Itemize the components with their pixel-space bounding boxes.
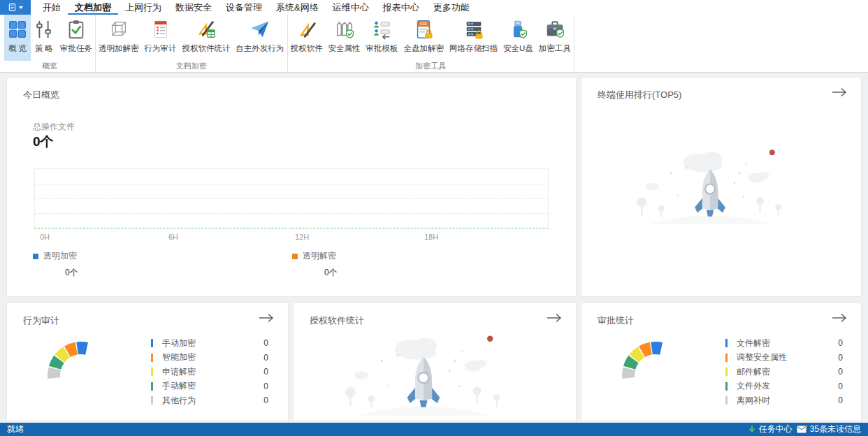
legend-marker [725,354,728,362]
menu-item-report-center[interactable]: 报表中心 [376,0,426,15]
legend-value: 0个 [324,267,338,279]
ribbon-group-encryption-tools: 授权软件 安全属性 审批模板 [288,15,574,72]
legend-marker [292,254,298,259]
ribbon-item-authorized-software[interactable]: 授权软件 [288,15,326,61]
card-behavior-audit: 行为审计 手动加密 0 智能加密 0 申请解密 0 手动解密 0 其他行为 [6,303,289,421]
legend-item-transparent-encrypt: 透明加密 0个 [33,250,78,279]
ribbon-item-label: 行为审计 [145,43,177,54]
ribbon-item-secure-usb[interactable]: 安全U盘 [500,15,536,61]
task-center-button[interactable]: 任务中心 [748,423,793,435]
x-tick: 18H [424,233,438,241]
ribbon-item-label: 审批模板 [366,43,398,54]
ribbon-group-label: 文档加密 [96,61,287,72]
legend-row: 手动加密 0 [151,336,268,351]
menu-item-ops-center[interactable]: 运维中心 [326,0,376,15]
paper-plane-icon [249,19,270,40]
arrow-right-icon [259,313,274,323]
ribbon-item-overview[interactable]: 概 览 [4,15,31,61]
server-lock-icon [463,19,484,40]
card-approval-stats: 审批统计 文件解密 0 调整安全属性 0 邮件解密 0 文件外发 0 离网 [581,303,862,421]
menu-item-data-security[interactable]: 数据安全 [168,0,219,15]
people-list-icon [372,19,393,40]
hourly-line-chart [34,168,549,228]
ribbon-group-label: 概览 [4,61,95,72]
status-bar: 就绪 任务中心 35条未读信息 [0,423,868,436]
ruler-pencil-icon [296,19,317,40]
ribbon-item-network-storage-scan[interactable]: 网络存储扫描 [447,15,500,61]
legend-row: 智能加密 0 [151,351,268,365]
menu-item-system-network[interactable]: 系统&网络 [269,0,326,15]
legend-marker [151,368,153,376]
menu-item-internet-behavior[interactable]: 上网行为 [118,0,168,15]
card-today-overview: 今日概览 总操作文件 0个 0H 6H 12H 18H 透明加密 0个 透明解密… [6,77,577,297]
ribbon-item-approval-template[interactable]: 审批模板 [363,15,401,61]
authorized-software-stats-icon [196,19,217,40]
menu-item-doc-encryption[interactable]: 文档加密 [68,0,118,15]
legend-row: 其他行为 0 [151,393,268,408]
legend-marker [33,254,38,259]
ribbon-item-label: 安全U盘 [503,43,533,54]
legend-item-transparent-decrypt: 透明解密 0个 [292,250,338,279]
ribbon-item-label: 审批任务 [60,43,92,54]
ribbon-item-label: 安全属性 [328,43,361,54]
ribbon-group-label: 加密工具 [288,61,574,72]
menu-bar: 开始 文档加密 上网行为 数据安全 设备管理 系统&网络 运维中心 报表中心 更… [0,0,868,15]
unread-messages-button[interactable]: 35条未读信息 [797,423,861,435]
menu-items: 开始 文档加密 上网行为 数据安全 设备管理 系统&网络 运维中心 报表中心 更… [36,0,477,15]
legend-row: 手动解密 0 [151,379,268,394]
arrow-right-icon [832,87,847,97]
ribbon-item-label: 加密工具 [539,43,571,54]
legend-marker [725,396,728,405]
approval-tasks-icon [66,19,87,40]
download-arrow-icon [748,425,756,434]
app-menu-button[interactable] [0,0,31,15]
stat-label: 总操作文件 [33,121,75,133]
ribbon-item-security-attribute[interactable]: 安全属性 [326,15,363,61]
legend-row: 邮件解密 0 [725,365,843,379]
ribbon-item-label: 自主外发行为 [236,43,284,54]
x-tick: 12H [295,233,309,241]
stat-value: 0个 [33,133,54,151]
ribbon-item-encryption-tools[interactable]: 加密工具 [536,15,574,61]
legend-row: 文件解密 0 [725,336,843,351]
ribbon-item-authorized-software-stats[interactable]: 授权软件统计 [180,15,233,61]
gauge-chart [17,311,122,388]
legend-marker [725,368,728,376]
legend-value: 0个 [65,267,78,279]
ribbon-item-label: 网络存储扫描 [449,43,498,54]
legend-row: 离网补时 0 [725,393,843,408]
card-title: 今日概览 [23,89,59,101]
ribbon-item-approval-tasks[interactable]: 审批任务 [57,15,95,61]
ribbon-item-policy[interactable]: 策 略 [31,15,57,61]
ribbon-item-label: 授权软件 [291,43,323,54]
empty-state-rocket-illustration [326,324,521,416]
gauge-legend: 手动加密 0 智能加密 0 申请解密 0 手动解密 0 其他行为 0 [151,336,268,408]
menu-item-start[interactable]: 开始 [36,0,68,15]
ribbon-item-self-outgoing-behavior[interactable]: 自主外发行为 [233,15,287,61]
ribbon-group-overview: 概 览 策 略 审批任务 概览 [0,15,96,72]
goto-arrow-button[interactable] [259,313,274,325]
ribbon-item-fulldisk-encdec[interactable]: SSD 全盘加解密 [401,15,447,61]
gauge-legend: 文件解密 0 调整安全属性 0 邮件解密 0 文件外发 0 离网补时 0 [725,336,843,408]
briefcase-shield-icon [544,19,565,40]
x-tick: 0H [40,233,50,241]
ribbon-item-label: 授权软件统计 [182,43,231,54]
legend-marker [151,396,153,405]
overview-grid-icon [7,19,28,40]
goto-arrow-button[interactable] [547,313,562,325]
svg-text:SSD: SSD [420,22,428,26]
legend-row: 文件外发 0 [725,379,843,394]
goto-arrow-button[interactable] [832,87,847,99]
legend-marker [151,382,153,391]
behavior-audit-doc-icon [150,19,171,40]
menu-item-more-features[interactable]: 更多功能 [426,0,477,15]
ribbon-item-behavior-audit[interactable]: 行为审计 [142,15,180,61]
ribbon-item-label: 概 览 [8,43,27,54]
ribbon-toolbar: 概 览 策 略 审批任务 概览 [0,15,868,73]
legend-marker [725,382,728,391]
menu-item-device-management[interactable]: 设备管理 [219,0,269,15]
ssd-lock-icon: SSD [413,19,434,40]
ribbon-item-transparent-encdec[interactable]: 透明加解密 [96,15,142,61]
empty-state-rocket-illustration [619,139,802,224]
goto-arrow-button[interactable] [832,313,847,325]
